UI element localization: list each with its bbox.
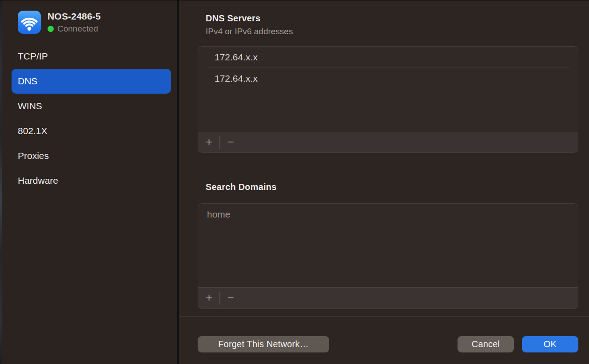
toolbar-separator	[219, 292, 220, 305]
sidebar-item-dns[interactable]: DNS	[12, 69, 171, 94]
sidebar-divider	[177, 0, 179, 364]
minus-icon: −	[227, 135, 234, 148]
dns-servers-list: 172.64.x.x 172.64.x.x + −	[198, 46, 578, 153]
sidebar: NOS-2486-5 Connected TCP/IP DNS WINS 802…	[2, 0, 177, 364]
add-dns-server-button[interactable]: +	[201, 132, 217, 152]
sidebar-item-hardware[interactable]: Hardware	[12, 168, 171, 193]
dns-servers-rows: 172.64.x.x 172.64.x.x	[198, 47, 578, 132]
dns-servers-toolbar: + −	[198, 132, 578, 152]
plus-icon: +	[206, 291, 212, 304]
plus-icon: +	[206, 135, 212, 148]
search-domains-title: Search Domains	[206, 182, 277, 192]
footer-divider	[179, 316, 589, 317]
dns-server-entry[interactable]: 172.64.x.x	[198, 47, 578, 67]
sidebar-item-tcpip[interactable]: TCP/IP	[12, 44, 171, 69]
search-domains-rows: home	[198, 204, 578, 287]
network-identity: NOS-2486-5 Connected	[48, 11, 101, 34]
dns-pane: DNS Servers IPv4 or IPv6 addresses 172.6…	[179, 0, 589, 364]
dns-servers-title: DNS Servers	[206, 13, 260, 24]
search-domain-entry[interactable]: home	[198, 204, 578, 225]
wifi-glyph	[18, 11, 41, 34]
remove-search-domain-button[interactable]: −	[223, 288, 239, 309]
dns-server-entry[interactable]: 172.64.x.x	[198, 68, 578, 89]
toolbar-separator	[219, 136, 220, 149]
forget-network-button[interactable]: Forget This Network…	[198, 336, 329, 352]
search-domains-list: home + −	[198, 203, 578, 309]
add-search-domain-button[interactable]: +	[201, 288, 217, 309]
ok-button[interactable]: OK	[522, 336, 578, 352]
sidebar-item-proxies[interactable]: Proxies	[12, 143, 171, 168]
network-name: NOS-2486-5	[48, 11, 101, 22]
search-domains-toolbar: + −	[198, 287, 578, 309]
window-edge-strip	[0, 0, 2, 364]
connected-status-label: Connected	[57, 24, 98, 34]
remove-dns-server-button[interactable]: −	[223, 132, 239, 152]
cancel-button[interactable]: Cancel	[458, 336, 514, 352]
dns-servers-subtitle: IPv4 or IPv6 addresses	[206, 27, 293, 36]
connected-status-dot	[48, 26, 54, 32]
network-status: Connected	[48, 24, 101, 34]
wifi-icon	[18, 11, 41, 34]
sidebar-item-8021x[interactable]: 802.1X	[12, 119, 171, 143]
minus-icon: −	[227, 291, 234, 304]
network-details-sheet: NOS-2486-5 Connected TCP/IP DNS WINS 802…	[0, 0, 589, 364]
sidebar-nav: TCP/IP DNS WINS 802.1X Proxies Hardware	[12, 44, 171, 193]
network-header: NOS-2486-5 Connected	[18, 11, 101, 34]
sidebar-item-wins[interactable]: WINS	[12, 94, 171, 119]
